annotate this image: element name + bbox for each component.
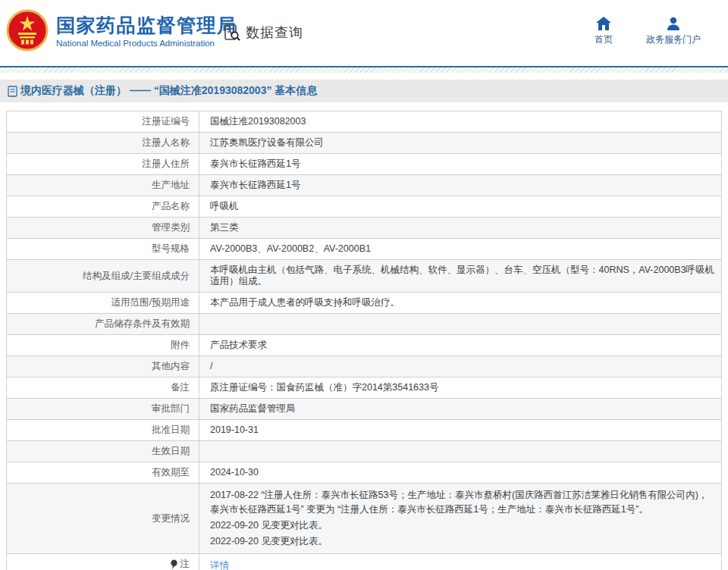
nav-home-label: 首页	[595, 33, 613, 46]
user-icon	[666, 17, 681, 30]
row-value	[199, 441, 722, 462]
row-value: AV-2000B3、AV-2000B2、AV-2000B1	[199, 239, 722, 260]
row-label: 结构及组成/主要组成成分	[7, 260, 199, 293]
row-label: 注册证编号	[7, 111, 199, 133]
row-label: 附件	[7, 335, 199, 356]
row-label: 备注	[7, 377, 199, 399]
row-value: 原注册证编号：国食药监械（准）字2014第3541633号	[199, 377, 722, 399]
header-nav: 首页 政务服务门户	[595, 17, 701, 46]
row-value: 本产品用于成人患者的呼吸支持和呼吸治疗。	[199, 293, 722, 314]
table-row: 型号规格AV-2000B3、AV-2000B2、AV-2000B1	[7, 239, 722, 260]
row-label: 有效期至	[7, 462, 199, 484]
row-label: 产品储存条件及有效期	[7, 314, 199, 335]
row-value: 2019-10-31	[199, 420, 722, 441]
row-label: 其他内容	[7, 356, 199, 377]
row-value: 第三类	[199, 218, 722, 239]
nav-home[interactable]: 首页	[595, 17, 613, 46]
table-row: 注详情	[7, 554, 722, 570]
row-value: 本呼吸机由主机（包括气路、电子系统、机械结构、软件、显示器）、台车、空压机（型号…	[199, 260, 722, 293]
site-header: 国家药品监督管理局 National Medical Products Admi…	[0, 0, 728, 66]
nav-portal[interactable]: 政务服务门户	[646, 17, 701, 46]
table-row: 结构及组成/主要组成成分本呼吸机由主机（包括气路、电子系统、机械结构、软件、显示…	[7, 260, 722, 293]
value-line: 2017-08-22 “注册人住所：泰兴市长征路53号；生产地址：泰兴市蔡桥村(…	[210, 488, 715, 517]
row-label: 生产地址	[7, 175, 199, 196]
row-label: 注	[7, 554, 199, 570]
row-value: 泰兴市长征路西延1号	[199, 154, 722, 175]
data-query-title: 数据查询	[246, 23, 303, 42]
table-row: 其他内容/	[7, 356, 722, 377]
row-label: 批准日期	[7, 420, 199, 441]
row-label: 注册人住所	[7, 154, 199, 175]
row-label: 变更情况	[7, 484, 199, 554]
row-label: 生效日期	[7, 441, 199, 462]
table-row: 生效日期	[7, 441, 722, 462]
row-label: 管理类别	[7, 218, 199, 239]
row-value: 呼吸机	[199, 196, 722, 218]
site-title: 国家药品监督管理局	[56, 14, 237, 36]
row-label: 型号规格	[7, 239, 199, 260]
table-row: 注册人住所泰兴市长征路西延1号	[7, 154, 722, 175]
row-label: 注册人名称	[7, 133, 199, 154]
value-line: 2022-09-20 见变更对比表。	[210, 518, 715, 533]
site-subtitle: National Medical Products Administration	[56, 39, 237, 48]
info-table-wrap: 注册证编号国械注准20193082003注册人名称江苏奥凯医疗设备有限公司注册人…	[6, 111, 722, 570]
table-row: 管理类别第三类	[7, 218, 722, 239]
row-value: 国械注准20193082003	[199, 111, 722, 133]
document-icon	[8, 86, 17, 97]
pin-icon	[170, 559, 178, 570]
row-value: 2024-10-30	[199, 462, 722, 484]
nav-portal-label: 政务服务门户	[646, 33, 701, 46]
row-label: 适用范围/预期用途	[7, 293, 199, 314]
table-row: 备注原注册证编号：国食药监械（准）字2014第3541633号	[7, 377, 722, 399]
data-query-icon	[222, 23, 242, 42]
info-table-body: 注册证编号国械注准20193082003注册人名称江苏奥凯医疗设备有限公司注册人…	[7, 111, 722, 570]
row-label: 产品名称	[7, 196, 199, 218]
table-row: 批准日期2019-10-31	[7, 420, 722, 441]
table-row: 变更情况2017-08-22 “注册人住所：泰兴市长征路53号；生产地址：泰兴市…	[7, 484, 722, 554]
table-row: 注册证编号国械注准20193082003	[7, 111, 722, 133]
home-icon	[596, 17, 611, 30]
table-row: 有效期至2024-10-30	[7, 462, 722, 484]
table-row: 生产地址泰兴市长征路西延1号	[7, 175, 722, 196]
detail-link[interactable]: 详情	[210, 560, 229, 570]
row-value: 产品技术要求	[199, 335, 722, 356]
breadcrumb: 境内医疗器械（注册） —— “国械注准20193082003” 基本信息	[0, 80, 728, 102]
table-row: 审批部门国家药品监督管理局	[7, 399, 722, 420]
hatch-band	[0, 67, 728, 73]
row-value: 详情	[199, 554, 722, 570]
row-label: 审批部门	[7, 399, 199, 420]
breadcrumb-text: 境内医疗器械（注册） —— “国械注准20193082003” 基本信息	[20, 84, 317, 98]
national-emblem-icon	[6, 9, 49, 52]
table-row: 注册人名称江苏奥凯医疗设备有限公司	[7, 133, 722, 154]
row-value: 2017-08-22 “注册人住所：泰兴市长征路53号；生产地址：泰兴市蔡桥村(…	[199, 484, 722, 554]
row-value: 泰兴市长征路西延1号	[199, 175, 722, 196]
row-value: /	[199, 356, 722, 377]
table-row: 产品名称呼吸机	[7, 196, 722, 218]
table-row: 适用范围/预期用途本产品用于成人患者的呼吸支持和呼吸治疗。	[7, 293, 722, 314]
value-line: 2022-09-20 见变更对比表。	[210, 534, 715, 549]
row-value: 国家药品监督管理局	[199, 399, 722, 420]
data-query-section: 数据查询	[222, 23, 303, 42]
table-row: 附件产品技术要求	[7, 335, 722, 356]
row-value	[199, 314, 722, 335]
spacer	[0, 73, 728, 80]
nmpa-logo[interactable]: 国家药品监督管理局 National Medical Products Admi…	[6, 9, 237, 52]
table-row: 产品储存条件及有效期	[7, 314, 722, 335]
row-value: 江苏奥凯医疗设备有限公司	[199, 133, 722, 154]
info-table: 注册证编号国械注准20193082003注册人名称江苏奥凯医疗设备有限公司注册人…	[6, 111, 722, 570]
